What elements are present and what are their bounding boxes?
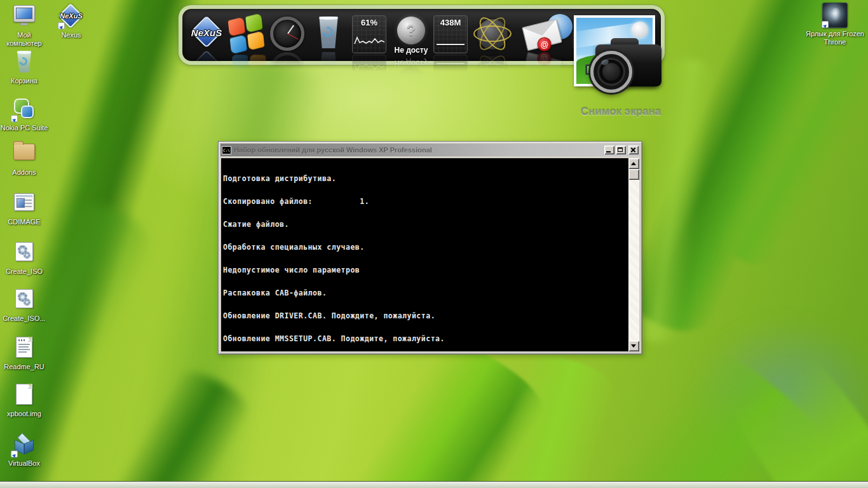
nexus-dock: NeXuS 61% ? Не досту 438M (179, 5, 665, 65)
console-output: Подготовка дистрибутива. Скопировано фай… (223, 159, 627, 350)
screenshot-caption: Снимок экрана (573, 105, 668, 118)
arrow-up-icon (631, 162, 636, 165)
dock-item-windows-start[interactable] (226, 13, 267, 54)
ram-usage-value: 438M (434, 18, 467, 27)
recycle-bin-icon (10, 50, 38, 75)
window-title: Набор обновлений для русской Windows XP … (234, 146, 604, 154)
console-line: Обработка специальных случаев. (223, 243, 627, 251)
dock-item-clock[interactable] (270, 17, 304, 51)
recycle-bin-icon (313, 15, 344, 50)
dock-item-weather[interactable]: ? Не досту (392, 17, 430, 58)
application-window-icon (10, 191, 38, 216)
folder-icon (10, 141, 38, 166)
nexus-shortcut-icon: NeXuS (57, 4, 85, 29)
moon-icon (632, 22, 648, 38)
desktop-icon-my-computer[interactable]: Мой компьютер (0, 4, 48, 48)
shortcut-arrow-icon (11, 115, 18, 122)
weather-unavailable-icon: ? Не досту (392, 17, 430, 56)
cpu-meter-widget: 61% (352, 15, 386, 53)
vertical-scrollbar[interactable] (628, 158, 639, 351)
at-badge-icon: @ (536, 36, 553, 53)
blank-document-icon (10, 383, 38, 408)
desktop-icon-create-iso[interactable]: Create_ISO (0, 240, 48, 276)
gears-script-icon (10, 240, 38, 266)
scrollbar-thumb[interactable] (628, 169, 639, 180)
envelope-icon: @ (522, 19, 562, 51)
desktop-icon-create-iso-2[interactable]: Create_ISO... (0, 287, 48, 323)
mail-icon: @ (524, 14, 574, 51)
icon-label: Readme_RU (0, 363, 48, 371)
ram-graph-icon (437, 44, 465, 45)
icon-label: Nexus (47, 31, 95, 39)
icon-label: Мой компьютер (0, 31, 48, 48)
camera-lens-icon (590, 51, 632, 93)
virtualbox-cube-icon (10, 432, 38, 458)
nexus-logo-icon: NeXuS (187, 17, 226, 48)
console-window-icon: C:\ (222, 146, 231, 154)
dock-item-ram-meter[interactable]: 438M (433, 15, 468, 53)
shortcut-arrow-icon (58, 22, 65, 29)
maximize-icon (618, 147, 623, 152)
dock-item-recycle-bin[interactable] (313, 15, 344, 52)
desktop-icon-virtualbox[interactable]: VirtualBox (0, 432, 48, 468)
dock-item-nexus[interactable]: NeXuS (187, 17, 226, 52)
question-mark-icon: ? (397, 22, 425, 39)
minimize-icon (606, 151, 611, 152)
desktop-icon-addons[interactable]: Addons (0, 141, 48, 177)
desktop-icon-nokia-pc-suite[interactable]: Nokia PC Suite (0, 97, 48, 132)
icon-label: CDIMAGE (0, 218, 48, 226)
desktop-icon-xpboot-img[interactable]: xpboot.img (0, 383, 48, 418)
desktop-icon-frozen-throne[interactable]: Ярлык для Frozen Throne (806, 3, 864, 46)
console-line: Подготовка дистрибутива. (223, 175, 627, 182)
console-line: Скопировано файлов: 1. (223, 198, 627, 205)
maximize-button[interactable] (616, 146, 626, 154)
ram-meter-widget: 438M (433, 15, 468, 53)
icon-label: xpboot.img (0, 410, 48, 418)
icon-label: Корзина (0, 77, 48, 85)
icon-label: Create_ISO (0, 268, 48, 276)
minimize-button[interactable] (604, 146, 614, 154)
desktop-icon-recycle-bin[interactable]: Корзина (0, 50, 48, 85)
nokia-pc-suite-icon (10, 97, 38, 122)
network-globe-icon (475, 17, 510, 52)
desktop-icon-cdimage[interactable]: CDIMAGE (0, 191, 48, 226)
dock-item-screenshot[interactable] (574, 13, 669, 105)
frozen-throne-icon (821, 3, 849, 28)
desktop-icon-readme-ru[interactable]: Readme_RU (0, 336, 48, 371)
shortcut-arrow-icon (822, 21, 829, 28)
dock-item-cpu-meter[interactable]: 61% (352, 15, 386, 53)
arrow-down-icon (631, 344, 636, 348)
weather-status-label: Не досту (392, 46, 430, 55)
close-button[interactable] (628, 146, 639, 154)
scroll-down-button[interactable] (628, 341, 639, 351)
clock-icon (270, 17, 304, 51)
console-line: Распаковка CAB-файлов. (223, 289, 627, 297)
dock-item-network[interactable] (475, 17, 510, 52)
desktop-icon-nexus[interactable]: NeXuS Nexus (47, 4, 95, 39)
taskbar-autohide-strip[interactable] (0, 481, 868, 488)
icon-label: Ярлык для Frozen Throne (806, 30, 864, 46)
dock-item-mail[interactable]: @ (524, 14, 574, 53)
text-document-icon (10, 336, 38, 361)
shortcut-arrow-icon (11, 451, 18, 458)
icon-label: VirtualBox (0, 459, 48, 468)
console-window: C:\ Набор обновлений для русской Windows… (218, 141, 642, 355)
console-client-area: Подготовка дистрибутива. Скопировано фай… (221, 158, 639, 351)
console-line: Сжатие файлов. (223, 220, 627, 228)
scroll-up-button[interactable] (628, 158, 639, 169)
console-titlebar[interactable]: C:\ Набор обновлений для русской Windows… (220, 144, 640, 156)
my-computer-icon (10, 4, 38, 29)
console-line: Обновление DRIVER.CAB. Подождите, пожалу… (223, 312, 627, 320)
console-line: Обновление MMSSETUP.CAB. Подождите, пожа… (223, 335, 627, 342)
icon-label: Addons (0, 168, 48, 177)
cpu-usage-value: 61% (353, 18, 386, 27)
icon-label: Create_ISO... (0, 315, 48, 323)
cpu-graph-icon (354, 34, 386, 48)
console-line: Недопустимое число параметров (223, 266, 627, 274)
icon-label: Nokia PC Suite (0, 124, 48, 132)
gears-script-icon (10, 287, 38, 313)
windows-logo-icon (226, 13, 267, 54)
